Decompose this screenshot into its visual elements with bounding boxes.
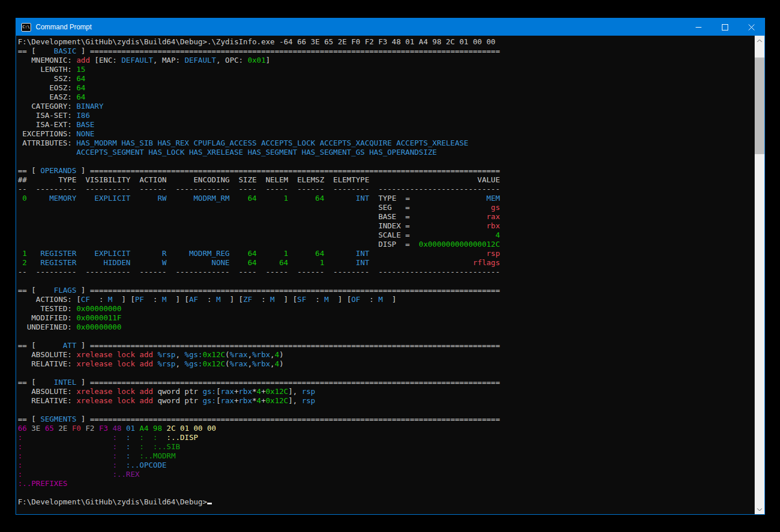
terminal-line: EOSZ: 64 [18,83,755,93]
terminal-line: RELATIVE: xrelease lock add %rsp, %gs:0x… [18,359,755,369]
window-controls [685,18,764,36]
terminal-line: ISA-SET: I86 [18,111,755,120]
terminal-line: ACCEPTS_SEGMENT HAS_LOCK HAS_XRELEASE HA… [18,148,755,157]
window-title: Command Prompt [36,23,92,31]
terminal-line: ABSOLUTE: xrelease lock add qword ptr gs… [18,387,755,396]
terminal-line: ACTIONS: [CF : M ] [PF : M ] [AF : M ] [… [18,295,755,304]
terminal-line: ATTRIBUTES: HAS_MODRM HAS_SIB HAS_REX CP… [18,139,755,148]
desktop-background: { "window": { "title": "Command Prompt",… [0,0,780,532]
cmd-icon-label: C:\ [22,25,30,29]
terminal-line: F:\Development\GitHub\zydis\Build64\Debu… [18,497,755,507]
terminal-line: 66 3E 65 2E F0 F2 F3 48 01 A4 98 2C 01 0… [18,424,755,433]
terminal-line [18,277,755,286]
title-bar[interactable]: C:\ Command Prompt [16,18,764,36]
terminal-line: BASE = rax [18,212,755,221]
terminal-output[interactable]: F:\Development\GitHub\zydis\Build64\Debu… [16,36,755,514]
terminal-line: F:\Development\GitHub\zydis\Build64\Debu… [18,37,755,47]
window-body: F:\Development\GitHub\zydis\Build64\Debu… [16,36,764,514]
terminal-line: EXCEPTIONS: NONE [18,129,755,139]
close-icon [748,24,755,30]
terminal-line: LENGTH: 15 [18,65,755,74]
minimize-button[interactable] [685,18,711,36]
terminal-line: : :..REX [18,470,755,479]
terminal-line [18,488,755,497]
scroll-down-icon [757,508,762,511]
terminal-line: : : :..OPCODE [18,461,755,470]
terminal-line: EASZ: 64 [18,93,755,102]
terminal-line: == [ FLAGS ] ===========================… [18,286,755,295]
terminal-line: :..PREFIXES [18,479,755,488]
scroll-down-button[interactable] [755,504,764,514]
terminal-line [18,157,755,166]
terminal-line: == [ BASIC ] ===========================… [18,47,755,56]
terminal-line: MODIFIED: 0x0000011F [18,313,755,323]
terminal-line: -- --------- ---------- ------ ---------… [18,185,755,194]
terminal-line: SEG = gs [18,203,755,212]
terminal-line: == [ SEGMENTS ] ========================… [18,415,755,424]
terminal-line: SCALE = 4 [18,231,755,240]
terminal-line: UNDEFINED: 0x00000000 [18,323,755,332]
terminal-line [18,369,755,378]
scrollbar[interactable] [755,36,764,514]
terminal-line: 2 REGISTER HIDDEN W NONE 64 64 1 INT rfl… [18,258,755,267]
terminal-line: SSZ: 64 [18,74,755,83]
scroll-up-icon [757,39,762,43]
terminal-line: : : : :..MODRM [18,451,755,461]
terminal-line: ISA-EXT: BASE [18,120,755,129]
scroll-up-button[interactable] [755,36,764,45]
terminal-cursor [207,503,212,504]
terminal-line: == [ OPERANDS ] ========================… [18,166,755,175]
terminal-line: ABSOLUTE: xrelease lock add %rsp, %gs:0x… [18,350,755,359]
terminal-line: DISP = 0x000000000000012C [18,240,755,249]
command-prompt-window: C:\ Command Prompt F:\Development\GitHub… [16,18,765,515]
terminal-line: RELATIVE: xrelease lock add qword ptr gs… [18,396,755,405]
terminal-line [18,405,755,415]
close-button[interactable] [738,18,764,36]
maximize-icon [722,24,728,30]
minimize-icon [695,24,702,30]
terminal-line: : : : : :..SIB [18,442,755,451]
terminal-line: INDEX = rbx [18,221,755,231]
terminal-line: 1 REGISTER EXPLICIT R MODRM_REG 64 1 64 … [18,249,755,258]
scrollbar-thumb[interactable] [755,58,764,154]
terminal-line [18,332,755,341]
terminal-line: : : : : : :..DISP [18,433,755,442]
terminal-line: == [ INTEL ] ===========================… [18,378,755,387]
terminal-line: CATEGORY: BINARY [18,102,755,111]
terminal-line: MNEMONIC: add [ENC: DEFAULT, MAP: DEFAUL… [18,56,755,65]
cmd-icon[interactable]: C:\ [21,23,31,32]
terminal-line: == [ ATT ] =============================… [18,341,755,350]
terminal-line: 0 MEMORY EXPLICIT RW MODRM_RM 64 1 64 IN… [18,194,755,203]
terminal-line: -- --------- ---------- ------ ---------… [18,267,755,277]
terminal-line: TESTED: 0x00000000 [18,304,755,313]
maximize-button[interactable] [711,18,738,36]
terminal-line: ## TYPE VISIBILITY ACTION ENCODING SIZE … [18,175,755,185]
